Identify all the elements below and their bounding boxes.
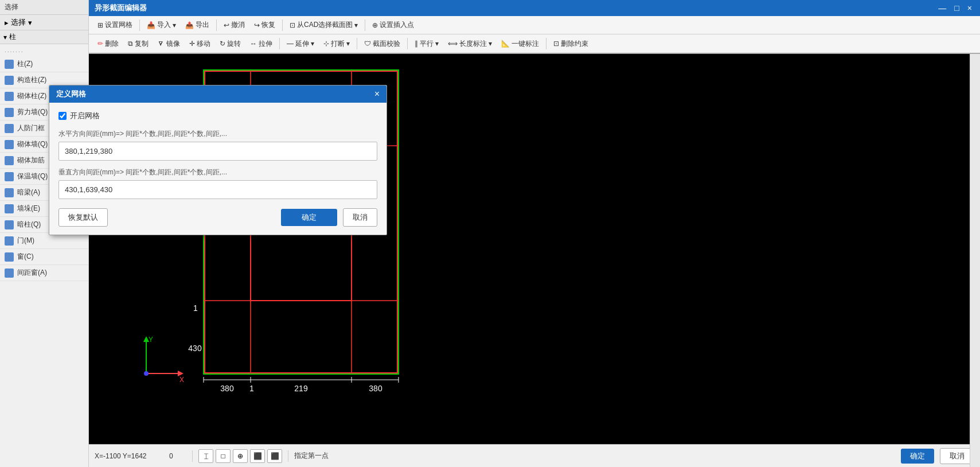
separator2 xyxy=(216,20,217,31)
separator5 xyxy=(279,38,280,49)
remove-constraint-button[interactable]: ⊡ 删除约束 xyxy=(549,37,592,50)
column-icon xyxy=(5,60,14,69)
status-icon-btn5[interactable]: ⬛ xyxy=(267,449,282,463)
break-button[interactable]: ⊹ 打断 ▾ xyxy=(319,37,354,50)
parallel-label: 平行 xyxy=(420,39,434,49)
vertical-input[interactable] xyxy=(58,180,377,199)
define-grid-dialog: 定义网格 × 开启网格 水平方向间距(mm)=> 间距*个数,间距,间距*个数,… xyxy=(49,85,387,235)
mirror-button[interactable]: ⛛ 镜像 xyxy=(154,37,184,50)
restore-default-button[interactable]: 恢复默认 xyxy=(58,208,108,227)
export-button[interactable]: 📤 导出 xyxy=(181,18,213,32)
separator xyxy=(139,20,140,31)
separator6 xyxy=(357,38,357,49)
enable-grid-label: 开启网格 xyxy=(70,111,100,121)
set-grid-label: 设置网格 xyxy=(105,20,132,30)
title-bar: 异形截面编辑器 — □ × xyxy=(89,0,980,16)
sidebar-item-label: 间距窗(A) xyxy=(17,268,47,278)
parallel-button[interactable]: ∥ 平行 ▾ xyxy=(411,37,443,50)
dialog-title-bar: 定义网格 × xyxy=(49,85,386,103)
extend-button[interactable]: — 延伸 ▾ xyxy=(283,37,318,50)
length-dim-button[interactable]: ⟺ 长度标注 ▾ xyxy=(444,37,496,50)
import-label: 导入 xyxy=(157,20,171,30)
sidebar-item-column[interactable]: 柱(Z) xyxy=(0,56,88,72)
set-insert-button[interactable]: ⊕ 设置插入点 xyxy=(368,18,418,32)
separator9 xyxy=(192,450,193,462)
redo-button[interactable]: ↪ 恢复 xyxy=(250,18,279,32)
sidebar-item-label: 暗梁(A) xyxy=(17,188,40,197)
sidebar-item-door[interactable]: 门(M) xyxy=(0,233,88,249)
move-button[interactable]: ✛ 移动 xyxy=(185,37,214,50)
import-button[interactable]: 📥 导入 ▾ xyxy=(143,18,180,32)
door-icon xyxy=(5,236,14,246)
sidebar-item-label: 暗柱(Q) xyxy=(17,220,41,229)
check-button[interactable]: 🛡 截面校验 xyxy=(360,37,404,50)
one-click-dim-label: 一键标注 xyxy=(512,39,539,49)
toolbar-row1: ⊞ 设置网格 📥 导入 ▾ 📤 导出 ↩ 撤消 ↪ 恢复 xyxy=(89,16,980,34)
break-icon: ⊹ xyxy=(323,40,329,48)
sidebar-item-label: 窗(C) xyxy=(17,252,34,262)
set-grid-button[interactable]: ⊞ 设置网格 xyxy=(93,18,136,32)
dialog-cancel-button[interactable]: 取消 xyxy=(343,208,377,227)
svg-text:1: 1 xyxy=(249,384,254,393)
status-icon-btn1[interactable]: ⌶ xyxy=(198,449,213,463)
status-cancel-button[interactable]: 取消 xyxy=(940,448,974,464)
sidebar-item-window[interactable]: 窗(C) xyxy=(0,249,88,265)
dialog-close-button[interactable]: × xyxy=(374,89,380,99)
select-button[interactable]: ▸ 选择 ▾ xyxy=(0,15,88,30)
stretch-button[interactable]: ↔ 拉伸 xyxy=(246,37,276,50)
select-icon: ▸ xyxy=(5,18,9,27)
parallel-arrow-icon: ▾ xyxy=(435,40,439,48)
horizontal-input[interactable] xyxy=(58,142,377,161)
sidebar-item-label: 砌体柱(Z) xyxy=(17,91,46,101)
dropdown-arrow-icon: ▾ xyxy=(173,21,176,29)
sidebar-item-label: 柱(Z) xyxy=(17,59,33,69)
grid-icon: ⊞ xyxy=(97,21,103,29)
dots-row: ....... xyxy=(0,44,88,56)
enable-grid-checkbox[interactable] xyxy=(58,112,67,120)
sidebar-item-label: 人防门框 xyxy=(17,123,45,133)
extend-arrow-icon: ▾ xyxy=(311,40,314,48)
mirror-label: 镜像 xyxy=(166,39,180,49)
undo-button[interactable]: ↩ 撤消 xyxy=(220,18,249,32)
sidebar-item-label: 砌体加筋 xyxy=(17,155,45,165)
status-icon-btn3[interactable]: ⊕ xyxy=(233,449,248,463)
rotate-button[interactable]: ↻ 旋转 xyxy=(216,37,245,50)
minimize-button[interactable]: — xyxy=(936,3,948,13)
axis-svg: Y X xyxy=(135,333,192,385)
svg-text:219: 219 xyxy=(294,384,308,393)
remove-constraint-icon: ⊡ xyxy=(553,40,559,48)
one-click-dim-icon: 📐 xyxy=(501,40,510,48)
from-cad-button[interactable]: ⊡ 从CAD选择截面图 ▾ xyxy=(286,18,362,32)
masonry-wall-icon xyxy=(5,140,14,149)
dialog-confirm-button[interactable]: 确定 xyxy=(281,209,337,226)
status-icon-btn4[interactable]: ⬛ xyxy=(250,449,265,463)
window-icon xyxy=(5,252,14,262)
col-select-row: ▾ 柱 xyxy=(0,30,88,44)
status-icon-btn2[interactable]: □ xyxy=(216,449,231,463)
right-column: 柱二次 xyxy=(970,0,980,467)
status-confirm-button[interactable]: 确定 xyxy=(901,449,934,464)
spacing-window-icon xyxy=(5,268,14,278)
copy-label: 复制 xyxy=(135,39,149,49)
app-container: 选择 ▸ 选择 ▾ ▾ 柱 ....... 柱(Z) 构造柱(Z) 砌体柱(Z)… xyxy=(0,0,980,467)
delete-button[interactable]: ✏ 删除 xyxy=(93,37,123,50)
restore-button[interactable]: □ xyxy=(952,3,961,13)
set-insert-label: 设置插入点 xyxy=(380,20,414,30)
vertical-section-label: 垂直方向间距(mm)=> 间距*个数,间距,间距*个数,间距,... xyxy=(58,168,377,177)
struct-col-icon xyxy=(5,76,14,85)
length-dim-icon: ⟺ xyxy=(448,40,458,48)
sidebar-item-label: 墙垛(E) xyxy=(17,204,40,213)
mirror-icon: ⛛ xyxy=(158,40,165,48)
hidden-col-icon xyxy=(5,220,14,229)
enable-grid-row: 开启网格 xyxy=(58,111,377,121)
dialog-title-text: 定义网格 xyxy=(56,89,86,99)
one-click-dim-button[interactable]: 📐 一键标注 xyxy=(497,37,543,50)
title-controls: — □ × xyxy=(936,3,974,13)
copy-icon: ⧉ xyxy=(128,40,133,48)
sidebar-item-spacing-window[interactable]: 间距窗(A) xyxy=(0,265,88,281)
dropdown2-arrow-icon: ▾ xyxy=(354,21,358,29)
remove-constraint-label: 删除约束 xyxy=(561,39,588,49)
close-button[interactable]: × xyxy=(965,3,974,13)
copy-button[interactable]: ⧉ 复制 xyxy=(124,37,153,50)
undo-label: 撤消 xyxy=(231,20,245,30)
